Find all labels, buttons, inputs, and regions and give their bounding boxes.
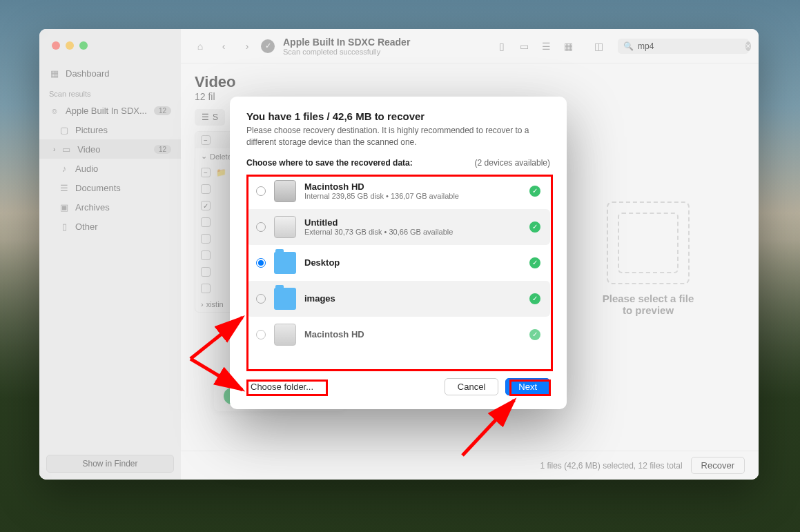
file-icon: ▯ (59, 221, 70, 232)
sidebar-item-other[interactable]: ▯ Other (39, 217, 181, 236)
view-icon-file[interactable]: ▯ (492, 37, 511, 56)
toolbar-title-block: Apple Built In SDXC Reader Scan complete… (283, 37, 410, 56)
row-checkbox[interactable] (201, 184, 211, 194)
sidebar-item-label: Pictures (75, 125, 108, 135)
page-title: Video (195, 73, 552, 91)
destination-name: Desktop (304, 257, 521, 268)
count-badge: 12 (154, 106, 171, 115)
close-icon[interactable] (52, 41, 60, 50)
destination-option[interactable]: images ✓ (246, 281, 550, 317)
sidebar-toggle-icon[interactable]: ◫ (589, 37, 608, 56)
preview-pane: Please select a file to preview (552, 73, 745, 444)
toolbar-title: Apple Built In SDXC Reader (283, 37, 410, 48)
ok-badge-icon: ✓ (529, 293, 540, 304)
destination-option[interactable]: Macintosh HD ✓ (246, 317, 550, 353)
sidebar: ▦ Dashboard Scan results ⌾ Apple Built I… (39, 29, 181, 480)
radio-button[interactable] (256, 186, 266, 196)
row-checkbox[interactable] (201, 284, 211, 293)
devices-available: (2 devices available) (475, 158, 550, 168)
filter-icon: ☰ (202, 112, 209, 122)
radio-button[interactable] (256, 258, 266, 268)
toolbar-subtitle: Scan completed successfully (283, 48, 410, 56)
sidebar-item-audio[interactable]: ♪ Audio (39, 159, 181, 178)
destination-detail: External 30,73 GB disk • 30,66 GB availa… (304, 228, 521, 236)
view-icon-folder[interactable]: ▭ (514, 37, 534, 56)
count-badge: 12 (154, 145, 171, 154)
toolbar: ⌂ ‹ › ✓ Apple Built In SDXC Reader Scan … (181, 29, 759, 63)
cancel-button[interactable]: Cancel (445, 378, 498, 395)
destination-option[interactable]: Untitled External 30,73 GB disk • 30,66 … (246, 209, 550, 245)
row-checkbox[interactable] (201, 267, 211, 277)
doc-icon: ☰ (59, 182, 70, 193)
home-button[interactable]: ⌂ (191, 37, 210, 56)
destination-list: Macintosh HD Internal 239,85 GB disk • 1… (246, 173, 550, 368)
image-icon: ▢ (59, 124, 70, 135)
row-checkbox[interactable] (201, 168, 211, 177)
recover-button[interactable]: Recover (691, 457, 745, 474)
sidebar-item-label: Audio (75, 164, 98, 174)
status-check-icon: ✓ (261, 39, 275, 53)
sidebar-item-archives[interactable]: ▣ Archives (39, 197, 181, 217)
header-checkbox[interactable] (201, 135, 211, 145)
filter-button[interactable]: ☰S (195, 109, 225, 126)
zoom-icon[interactable] (79, 41, 88, 50)
chevron-right-icon: › (201, 300, 204, 308)
search-field[interactable]: 🔍 ✕ (618, 39, 749, 54)
sidebar-item-dashboard[interactable]: ▦ Dashboard (39, 63, 181, 83)
hard-drive-icon (274, 180, 296, 202)
choose-folder-button[interactable]: Choose folder... (246, 379, 318, 395)
search-input[interactable] (638, 41, 741, 51)
ok-badge-icon: ✓ (529, 186, 540, 197)
preview-text: Please select a file to preview (603, 293, 694, 316)
destination-name: Macintosh HD (304, 329, 521, 339)
destination-option[interactable]: Desktop ✓ (246, 245, 550, 281)
minimize-icon[interactable] (66, 41, 74, 50)
row-checkbox[interactable] (201, 250, 211, 260)
row-checkbox[interactable] (201, 217, 211, 227)
show-in-finder-button[interactable]: Show in Finder (46, 455, 174, 473)
sidebar-item-pictures[interactable]: ▢ Pictures (39, 120, 181, 139)
drive-icon: ⌾ (49, 105, 60, 116)
radio-button[interactable] (256, 330, 266, 339)
clear-search-icon[interactable]: ✕ (745, 41, 751, 51)
view-icon-list[interactable]: ☰ (536, 37, 556, 56)
hard-drive-icon (274, 324, 296, 346)
forward-button[interactable]: › (237, 37, 257, 56)
next-button[interactable]: Next (505, 378, 550, 395)
folder-icon: 📁 (216, 168, 226, 177)
chevron-right-icon: › (53, 146, 55, 153)
audio-icon: ♪ (59, 163, 70, 174)
destination-name: Macintosh HD (304, 181, 521, 192)
dialog-subtitle: Please choose recovery destination. It i… (246, 125, 550, 148)
destination-option[interactable]: Macintosh HD Internal 239,85 GB disk • 1… (246, 173, 550, 209)
preview-placeholder-icon (607, 201, 690, 284)
row-checkbox[interactable] (201, 234, 211, 244)
window-controls (39, 41, 181, 50)
dialog-footer: Choose folder... Cancel Next (246, 368, 550, 395)
choose-label: Choose where to save the recovered data: (246, 158, 413, 168)
destination-name: Untitled (304, 217, 521, 228)
sidebar-item-label: Archives (75, 202, 110, 213)
archive-icon: ▣ (59, 201, 70, 213)
destination-detail: Internal 239,85 GB disk • 136,07 GB avai… (304, 192, 521, 200)
sidebar-item-label: Apple Built In SDX... (66, 106, 147, 116)
selection-status: 1 files (42,6 MB) selected, 12 files tot… (540, 461, 682, 471)
sidebar-item-documents[interactable]: ☰ Documents (39, 178, 181, 197)
recovery-destination-dialog: You have 1 files / 42,6 MB to recover Pl… (230, 97, 567, 409)
external-drive-icon (274, 216, 296, 238)
view-icon-grid[interactable]: ▦ (558, 37, 578, 56)
destination-name: images (304, 293, 521, 304)
sidebar-item-label: Video (77, 144, 100, 155)
dialog-title: You have 1 files / 42,6 MB to recover (246, 110, 550, 122)
radio-button[interactable] (256, 222, 266, 232)
sidebar-item-video[interactable]: › ▭ Video 12 (39, 139, 181, 159)
chevron-down-icon: ⌄ (201, 152, 207, 161)
ok-badge-icon: ✓ (529, 257, 540, 268)
sidebar-item-drive[interactable]: ⌾ Apple Built In SDX... 12 (39, 101, 181, 120)
back-button[interactable]: ‹ (214, 37, 233, 56)
row-checkbox[interactable] (201, 201, 211, 210)
folder-icon (274, 252, 296, 274)
search-icon: 🔍 (623, 41, 634, 51)
ok-badge-icon: ✓ (529, 221, 540, 233)
radio-button[interactable] (256, 294, 266, 304)
